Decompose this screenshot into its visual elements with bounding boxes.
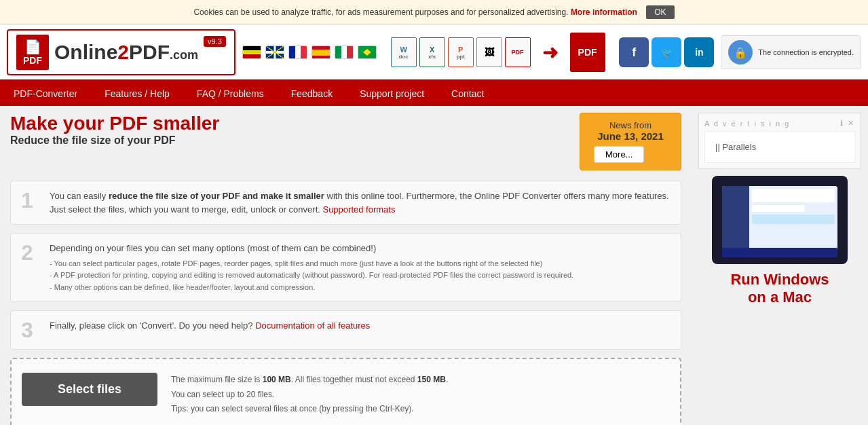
logo-pdf: PDF xyxy=(129,41,170,63)
content-area: Make your PDF smaller Reduce the file si… xyxy=(0,106,692,425)
flag-spanish[interactable] xyxy=(312,45,331,59)
step-2-number: 2 xyxy=(21,242,41,263)
nav-support[interactable]: Support project xyxy=(346,81,438,106)
flag-french[interactable] xyxy=(288,45,307,59)
logo-area[interactable]: 📄 PDF Online2PDF.com v9.3 xyxy=(7,29,235,75)
news-more-button[interactable]: More... xyxy=(594,146,644,163)
nav-faq[interactable]: FAQ / Problems xyxy=(183,81,278,106)
word-icon: W doc xyxy=(391,37,417,67)
ssl-text: The connection is encrypted. xyxy=(758,48,854,56)
step-3-text: Finally, please click on 'Convert'. Do y… xyxy=(50,319,671,333)
laptop-image xyxy=(712,176,848,264)
step-1-number: 1 xyxy=(21,189,41,211)
page-subtitle: Reduce the file size of your PDF xyxy=(10,134,219,147)
ssl-area: 🔒 The connection is encrypted. xyxy=(721,35,861,69)
flag-german[interactable] xyxy=(242,45,261,59)
headline-section: Make your PDF smaller Reduce the file si… xyxy=(10,113,681,170)
step-2-sub3: - Many other options can be defined, lik… xyxy=(50,282,671,294)
step-2-sub1: - You can select particular pages, rotat… xyxy=(50,258,671,270)
select-files-button[interactable]: Select files xyxy=(22,373,157,406)
pdf-output-icon: PDF xyxy=(570,33,605,72)
step-3-number: 3 xyxy=(21,319,41,341)
laptop-screen xyxy=(722,186,837,254)
file-tips-info: Tips: you can select several files at on… xyxy=(171,402,448,417)
pdf-multi-icon: PDF xyxy=(505,37,531,67)
nav-pdf-converter[interactable]: PDF-Converter xyxy=(0,81,91,106)
flag-portuguese[interactable] xyxy=(358,45,377,59)
file-count-info: You can select up to 20 files. xyxy=(171,388,448,403)
logo-pdf-icon: 📄 PDF xyxy=(16,35,49,70)
step-1-text: You can easily reduce the file size of y… xyxy=(50,189,671,216)
screen-content xyxy=(749,186,837,254)
step-2-sub2: - A PDF protection for printing, copying… xyxy=(50,270,671,282)
ad-box: A d v e r t i s i n g ℹ ✕ || Parallels xyxy=(698,113,861,169)
linkedin-link[interactable]: in xyxy=(684,37,714,67)
language-flags xyxy=(242,45,377,59)
nav-bar: PDF-Converter Features / Help FAQ / Prob… xyxy=(0,81,868,106)
screen-sidebar xyxy=(722,186,749,254)
step-3-box: 3 Finally, please click on 'Convert'. Do… xyxy=(10,310,681,350)
file-select-area: Select files The maximum file size is 10… xyxy=(10,358,681,425)
converter-icons: W doc X xls P ppt 🖼 PDF ➜ PDF xyxy=(383,33,613,72)
step-2-text: Depending on your files you can set many… xyxy=(50,242,671,255)
step-3-content: Finally, please click on 'Convert'. Do y… xyxy=(50,319,671,333)
step-1-box: 1 You can easily reduce the file size of… xyxy=(10,181,681,225)
doc-features-link[interactable]: Documentation of all features xyxy=(255,320,370,331)
ad-parallels: || Parallels xyxy=(715,142,756,152)
logo-version: v9.3 xyxy=(204,36,226,47)
ad-content: || Parallels xyxy=(704,131,855,163)
headline-text: Make your PDF smaller Reduce the file si… xyxy=(10,113,219,147)
powerpoint-icon: P ppt xyxy=(448,37,474,67)
top-bar: 📄 PDF Online2PDF.com v9.3 W doc xyxy=(0,25,868,81)
sidebar: A d v e r t i s i n g ℹ ✕ || Parallels xyxy=(692,106,868,425)
cookie-ok-button[interactable]: OK xyxy=(646,5,674,19)
logo-2: 2 xyxy=(117,41,129,63)
logo-online: Online xyxy=(54,41,117,63)
file-size-info: The maximum file size is 100 MB. All fil… xyxy=(171,373,448,388)
step-1-content: You can easily reduce the file size of y… xyxy=(50,189,671,216)
page-title: Make your PDF smaller xyxy=(10,113,219,134)
flag-english[interactable] xyxy=(265,45,284,59)
ad-label: A d v e r t i s i n g ℹ ✕ xyxy=(704,119,855,128)
excel-icon: X xls xyxy=(419,37,445,67)
logo-text: Online2PDF.com xyxy=(54,41,198,64)
cookie-text: Cookies can be used to analyze traffic, … xyxy=(193,7,568,17)
nav-contact[interactable]: Contact xyxy=(438,81,497,106)
cookie-bar: Cookies can be used to analyze traffic, … xyxy=(0,0,868,25)
cookie-more-link[interactable]: More information xyxy=(571,7,637,17)
step-2-sub: - You can select particular pages, rotat… xyxy=(50,258,671,294)
news-box: News from June 13, 2021 More... xyxy=(580,113,681,170)
ad-info-icon[interactable]: ℹ ✕ xyxy=(840,119,855,128)
ssl-icon: 🔒 xyxy=(728,40,753,64)
news-label: News from xyxy=(594,120,667,130)
convert-arrow-icon: ➜ xyxy=(533,37,567,67)
supported-formats-link[interactable]: Supported formats xyxy=(322,204,395,215)
facebook-link[interactable]: f xyxy=(619,37,649,67)
flag-italian[interactable] xyxy=(335,45,354,59)
main-wrapper: Make your PDF smaller Reduce the file si… xyxy=(0,106,868,425)
nav-feedback[interactable]: Feedback xyxy=(278,81,346,106)
step-2-content: Depending on your files you can set many… xyxy=(50,242,671,293)
nav-features-help[interactable]: Features / Help xyxy=(91,81,183,106)
file-info: The maximum file size is 100 MB. All fil… xyxy=(171,373,448,417)
run-windows-title: Run Windows on a Mac xyxy=(698,271,861,307)
logo-com: .com xyxy=(170,48,198,62)
image-icon: 🖼 xyxy=(476,37,502,67)
news-date: June 13, 2021 xyxy=(594,130,667,142)
social-links: f 🐦 in xyxy=(619,37,714,67)
twitter-link[interactable]: 🐦 xyxy=(652,37,681,67)
step-2-box: 2 Depending on your files you can set ma… xyxy=(10,233,681,302)
screen-taskbar xyxy=(722,248,837,257)
sidebar-run-windows: Run Windows on a Mac xyxy=(698,176,861,307)
